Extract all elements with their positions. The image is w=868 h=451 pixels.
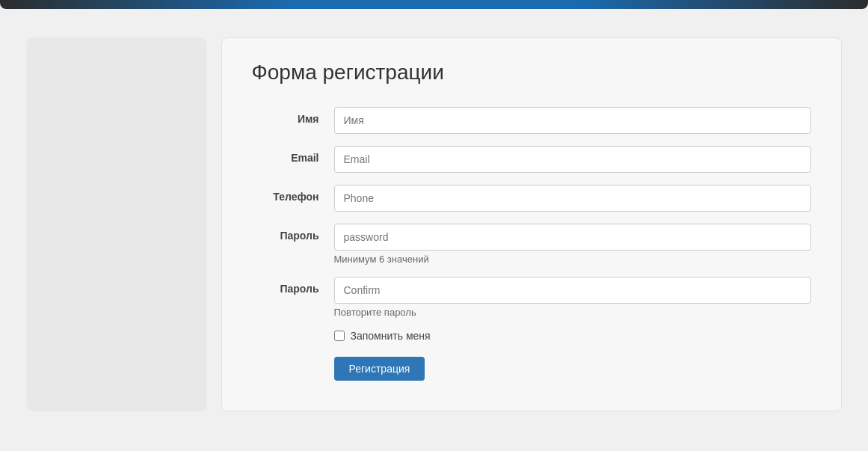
- name-label: Имя: [252, 107, 334, 125]
- submit-button[interactable]: Регистрация: [334, 357, 425, 381]
- confirm-hint-row: Повторите пароль: [252, 307, 811, 318]
- confirm-input[interactable]: [334, 277, 811, 304]
- top-bar: [0, 0, 868, 9]
- page-wrapper: Форма регистрации Имя Email Телефон Паро…: [0, 15, 868, 434]
- submit-row: Регистрация: [334, 357, 811, 381]
- confirm-label: Пароль: [252, 277, 334, 295]
- password-label: Пароль: [252, 224, 334, 242]
- password-row: Пароль: [252, 224, 811, 251]
- phone-row: Телефон: [252, 185, 811, 212]
- form-title: Форма регистрации: [252, 61, 811, 85]
- remember-me-checkbox[interactable]: [334, 331, 345, 341]
- password-hint: Минимум 6 значений: [334, 254, 429, 265]
- password-input[interactable]: [334, 224, 811, 251]
- remember-me-label[interactable]: Запомнить меня: [351, 330, 431, 342]
- sidebar-panel: [27, 37, 206, 411]
- confirm-row: Пароль: [252, 277, 811, 304]
- phone-input[interactable]: [334, 185, 811, 212]
- remember-me-row: Запомнить меня: [334, 330, 811, 342]
- form-panel: Форма регистрации Имя Email Телефон Паро…: [221, 37, 842, 411]
- email-label: Email: [252, 146, 334, 164]
- email-row: Email: [252, 146, 811, 173]
- phone-label: Телефон: [252, 185, 334, 203]
- name-input[interactable]: [334, 107, 811, 134]
- confirm-hint: Повторите пароль: [334, 307, 416, 318]
- name-row: Имя: [252, 107, 811, 134]
- email-input[interactable]: [334, 146, 811, 173]
- password-hint-row: Минимум 6 значений: [252, 254, 811, 265]
